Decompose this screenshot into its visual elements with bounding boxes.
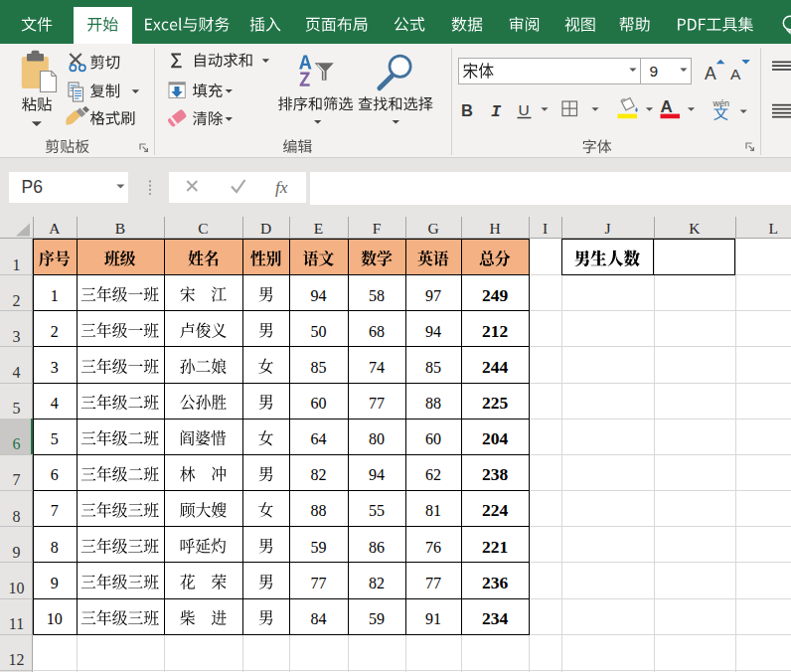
svg-text:5: 5: [13, 400, 21, 417]
svg-text:60: 60: [311, 395, 327, 412]
svg-text:2: 2: [51, 323, 59, 340]
svg-text:fx: fx: [275, 177, 288, 197]
svg-text:7: 7: [13, 471, 21, 488]
svg-text:G: G: [427, 220, 438, 237]
svg-text:8: 8: [51, 539, 59, 556]
svg-text:62: 62: [425, 466, 441, 483]
svg-text:59: 59: [369, 610, 385, 627]
svg-text:76: 76: [425, 539, 441, 556]
svg-text:82: 82: [369, 575, 385, 591]
svg-text:77: 77: [311, 575, 327, 591]
svg-text:59: 59: [311, 539, 327, 556]
svg-text:L: L: [768, 220, 777, 237]
svg-text:84: 84: [311, 610, 327, 627]
svg-text:244: 244: [482, 357, 509, 377]
svg-text:94: 94: [369, 466, 385, 483]
svg-text:11: 11: [9, 615, 24, 632]
svg-text:I: I: [543, 220, 548, 237]
svg-text:6: 6: [13, 435, 21, 452]
svg-text:9: 9: [51, 575, 59, 591]
svg-text:88: 88: [425, 395, 441, 412]
svg-text:J: J: [604, 220, 610, 237]
svg-text:85: 85: [425, 359, 441, 376]
svg-text:85: 85: [311, 359, 327, 376]
svg-text:82: 82: [311, 466, 327, 483]
svg-text:6: 6: [51, 466, 59, 483]
svg-text:234: 234: [482, 608, 509, 628]
svg-text:225: 225: [482, 393, 509, 413]
svg-text:D: D: [260, 220, 271, 237]
svg-text:94: 94: [311, 287, 327, 304]
svg-text:10: 10: [47, 610, 63, 627]
svg-text:A: A: [705, 64, 716, 84]
svg-text:77: 77: [425, 575, 441, 591]
svg-text:K: K: [689, 220, 701, 237]
svg-text:3: 3: [13, 328, 21, 345]
svg-text:B: B: [461, 101, 473, 119]
svg-text:91: 91: [425, 610, 441, 627]
svg-text:A: A: [49, 220, 61, 237]
svg-text:H: H: [489, 220, 500, 237]
svg-text:B: B: [115, 220, 125, 237]
svg-text:64: 64: [311, 430, 327, 447]
svg-text:50: 50: [311, 323, 327, 340]
svg-text:U: U: [519, 101, 530, 118]
svg-text:212: 212: [482, 321, 508, 341]
svg-text:4: 4: [51, 395, 59, 412]
svg-text:60: 60: [425, 430, 441, 447]
svg-text:80: 80: [369, 430, 385, 447]
svg-text:3: 3: [51, 359, 59, 376]
svg-text:1: 1: [13, 256, 21, 273]
svg-text:5: 5: [51, 430, 59, 447]
svg-text:C: C: [198, 220, 208, 237]
svg-text:4: 4: [13, 364, 21, 381]
svg-text:86: 86: [369, 539, 385, 556]
svg-text:8: 8: [13, 508, 21, 525]
svg-text:94: 94: [425, 323, 441, 340]
svg-text:A: A: [730, 66, 741, 83]
svg-text:77: 77: [369, 395, 385, 412]
svg-text:E: E: [314, 220, 323, 237]
svg-text:238: 238: [482, 464, 509, 484]
svg-text:9: 9: [650, 63, 659, 80]
svg-text:81: 81: [425, 502, 441, 519]
svg-text:F: F: [373, 220, 382, 237]
svg-text:68: 68: [369, 323, 385, 340]
svg-text:221: 221: [482, 537, 508, 557]
svg-text:1: 1: [51, 287, 59, 304]
svg-text:58: 58: [369, 287, 385, 304]
svg-text:7: 7: [51, 502, 59, 519]
svg-text:9: 9: [13, 544, 21, 561]
svg-text:55: 55: [369, 502, 385, 519]
svg-text:236: 236: [482, 573, 509, 592]
svg-text:204: 204: [482, 428, 509, 448]
svg-text:10: 10: [9, 580, 25, 596]
svg-text:74: 74: [369, 359, 385, 376]
svg-text:I: I: [491, 102, 502, 121]
svg-text:12: 12: [9, 651, 25, 668]
svg-text:A: A: [661, 97, 673, 116]
svg-text:88: 88: [311, 502, 327, 519]
svg-text:249: 249: [482, 285, 509, 305]
svg-text:P6: P6: [22, 177, 43, 197]
svg-text:97: 97: [425, 287, 441, 304]
svg-text:2: 2: [13, 292, 21, 309]
svg-text:224: 224: [482, 500, 509, 520]
